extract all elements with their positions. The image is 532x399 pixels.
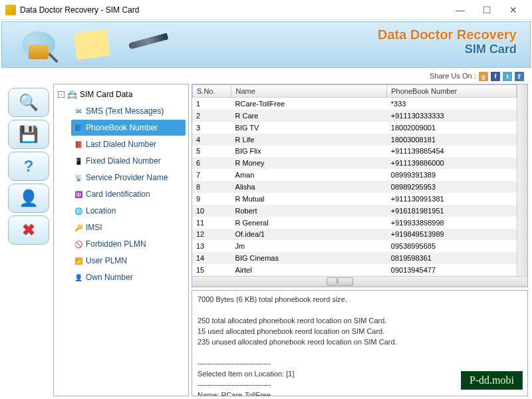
col-1[interactable]: Name xyxy=(231,85,387,98)
tree-item-4[interactable]: 📡Service Provider Name xyxy=(71,170,186,186)
cell: R Care xyxy=(231,110,387,122)
tree-item-9[interactable]: 📶User PLMN xyxy=(71,253,186,269)
table-row[interactable]: 4R Life18003008181 xyxy=(192,134,517,146)
cell: 4 xyxy=(192,134,231,146)
table-row[interactable]: 1RCare-TollFree*333 xyxy=(192,98,517,110)
tree-item-label: SMS (Text Messages) xyxy=(86,106,164,116)
cell: 10 xyxy=(192,205,231,217)
cell: 09538995685 xyxy=(387,240,517,252)
cell: 8 xyxy=(192,181,231,193)
col-0[interactable]: S.No. xyxy=(193,85,231,98)
tree-item-1[interactable]: 📘PhoneBook Number xyxy=(71,120,186,136)
cell: 3 xyxy=(192,122,231,134)
table-row[interactable]: 7Aman08999391389 xyxy=(192,169,517,181)
cell: Robert xyxy=(231,205,387,217)
table-row[interactable]: 2R Care+911130333333 xyxy=(192,110,517,122)
cell: +919849513989 xyxy=(387,229,517,241)
cell: +911139885454 xyxy=(387,146,517,158)
tree-item-icon: 📶 xyxy=(74,256,83,265)
tree-item-icon: 📡 xyxy=(74,173,83,182)
table-row[interactable]: 9R Mutual+911130991381 xyxy=(192,193,517,205)
app-icon xyxy=(5,5,16,15)
tree-item-label: Fixed Dialed Number xyxy=(86,156,161,166)
tree-item-icon: 🌐 xyxy=(74,206,83,215)
table-row[interactable]: 8Alisha08989295953 xyxy=(192,181,517,193)
share-other-icon[interactable]: ⇧ xyxy=(515,72,524,81)
tool-save-button[interactable]: 💾 xyxy=(8,120,49,149)
tree-item-label: PhoneBook Number xyxy=(86,123,158,132)
tree-item-2[interactable]: 📕Last Dialed Number xyxy=(71,136,186,152)
table-row[interactable]: 3BIG TV18002009001 xyxy=(192,122,517,134)
share-gplus-icon[interactable]: g xyxy=(479,72,488,81)
cell: 5 xyxy=(192,146,231,158)
cell: Airtel xyxy=(231,264,387,276)
cell: 0819598361 xyxy=(387,252,517,264)
cell: 6 xyxy=(192,157,231,169)
cell: 14 xyxy=(192,252,231,264)
cell: 15 xyxy=(192,264,231,276)
tree-item-6[interactable]: 🌐Location xyxy=(71,203,186,219)
tool-scan-button[interactable]: 🔍 xyxy=(8,88,49,117)
table-row[interactable]: 14BIG Cinemas0819598361 xyxy=(192,252,517,264)
tree-item-icon: 🆔 xyxy=(74,190,83,199)
pen-icon xyxy=(128,33,169,49)
tree-item-icon: 🔑 xyxy=(74,223,83,232)
cell: RCare-TollFree xyxy=(231,98,387,110)
tree-item-5[interactable]: 🆔Card Identification xyxy=(71,186,186,202)
cell: BIG TV xyxy=(231,122,387,134)
share-facebook-icon[interactable]: f xyxy=(491,72,500,81)
cell: 08999391389 xyxy=(387,169,517,181)
cell: Alisha xyxy=(231,181,387,193)
maximize-button[interactable]: ☐ xyxy=(473,2,500,18)
tree-item-label: Forbidden PLMN xyxy=(86,239,146,249)
cell: R General xyxy=(231,217,387,229)
cell: 1 xyxy=(192,98,231,110)
cell: Jm xyxy=(231,240,387,252)
sim-root-icon: 📇 xyxy=(67,90,77,99)
tree-item-label: Location xyxy=(86,206,116,215)
cell: +919933898998 xyxy=(387,217,517,229)
cell: 12 xyxy=(192,229,231,241)
cell: +911139886000 xyxy=(387,157,517,169)
table-vscroll-body[interactable] xyxy=(517,98,527,276)
watermark: P-dd.mobi xyxy=(461,371,523,390)
tool-help-button[interactable]: ? xyxy=(8,152,49,181)
tree-item-0[interactable]: ✉SMS (Text Messages) xyxy=(71,103,186,119)
tool-user-button[interactable]: 👤 xyxy=(8,184,49,213)
table-row[interactable]: 6R Money+911139886000 xyxy=(192,157,517,169)
tree-root-label: SIM Card Data xyxy=(80,90,132,99)
tree-collapse-icon[interactable]: - xyxy=(58,91,65,98)
table-row[interactable]: 10Robert+916181981951 xyxy=(192,205,517,217)
table-hscroll[interactable] xyxy=(192,276,527,287)
tree-panel: - 📇 SIM Card Data ✉SMS (Text Messages)📘P… xyxy=(53,84,189,396)
sim-icon xyxy=(29,45,49,59)
table-row[interactable]: 11R General+919933898998 xyxy=(192,217,517,229)
tool-close-button[interactable]: ✖ xyxy=(8,215,49,245)
table-vscroll[interactable] xyxy=(517,84,527,98)
cell: 2 xyxy=(192,110,231,122)
tree-item-7[interactable]: 🔑IMSI xyxy=(71,219,186,235)
cell: 18002009001 xyxy=(387,122,517,134)
banner: Data Doctor Recovery SIM Card xyxy=(1,21,531,68)
tree-item-8[interactable]: 🚫Forbidden PLMN xyxy=(71,236,186,252)
table-row[interactable]: 13Jm09538995685 xyxy=(192,240,517,252)
tree-item-3[interactable]: 📱Fixed Dialed Number xyxy=(71,153,186,169)
share-twitter-icon[interactable]: t xyxy=(503,72,512,81)
col-2[interactable]: PhoneBook Number xyxy=(387,85,517,98)
cell: 9 xyxy=(192,193,231,205)
table-row[interactable]: 12Of.idea/1+919849513989 xyxy=(192,229,517,241)
cell: Of.idea/1 xyxy=(231,229,387,241)
table-row[interactable]: 5BIG Flix+911139885454 xyxy=(192,146,517,158)
cell: 13 xyxy=(192,240,231,252)
report-icon xyxy=(73,29,110,61)
phonebook-table: S.No.NamePhoneBook Number 1RCare-TollFre… xyxy=(192,84,528,287)
sidebar-toolbar: 🔍 💾 ? 👤 ✖ xyxy=(4,84,53,396)
tree-item-label: User PLMN xyxy=(86,256,127,265)
minimize-button[interactable]: — xyxy=(447,2,473,18)
close-button[interactable]: ✕ xyxy=(500,2,527,18)
cell: Aman xyxy=(231,169,387,181)
tree-item-10[interactable]: 👤Own Number xyxy=(71,269,186,285)
banner-title-2: SIM Card xyxy=(378,43,517,57)
table-row[interactable]: 15Airtel09013945477 xyxy=(192,264,517,276)
tree-root[interactable]: - 📇 SIM Card Data xyxy=(57,88,186,100)
